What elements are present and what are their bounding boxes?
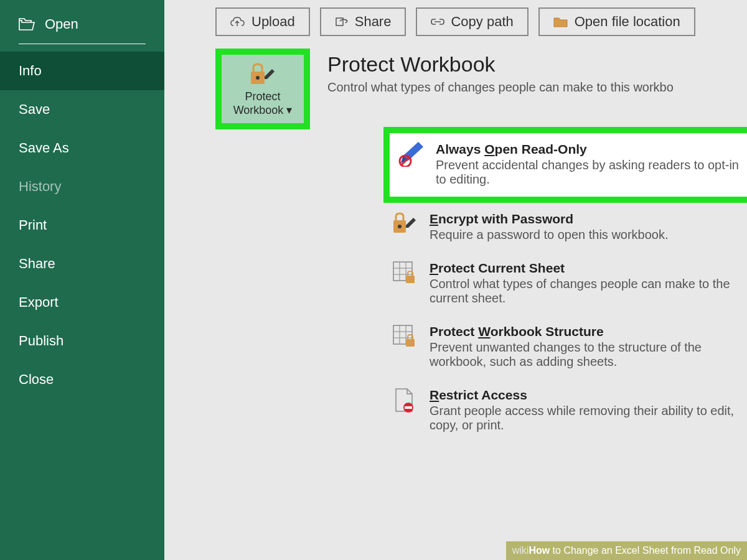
backstage-sidebar: Open Info Save Save As History Print Sha… <box>0 0 164 560</box>
menu-item-always-open-read-only[interactable]: Always Open Read-Only Prevent accidental… <box>383 127 747 203</box>
chevron-down-icon: ▾ <box>286 104 292 116</box>
menu-item-title: Always Open Read-Only <box>436 142 747 157</box>
svg-rect-19 <box>405 406 412 409</box>
menu-item-restrict-access[interactable]: Restrict Access Grant people access whil… <box>383 379 747 442</box>
pencil-no-icon <box>397 142 425 187</box>
sidebar-item-info[interactable]: Info <box>0 52 164 90</box>
folder-open-icon <box>19 18 35 30</box>
sidebar-label: Save <box>19 101 50 118</box>
sidebar-item-save[interactable]: Save <box>0 90 164 129</box>
sidebar-item-save-as[interactable]: Save As <box>0 129 164 167</box>
svg-point-5 <box>398 225 402 228</box>
lock-key-icon <box>248 62 277 86</box>
menu-item-title: Protect Workbook Structure <box>430 324 747 339</box>
lock-key-icon <box>391 212 418 242</box>
share-button[interactable]: Share <box>320 7 406 36</box>
share-icon <box>335 16 349 27</box>
sidebar-item-share[interactable]: Share <box>0 245 164 283</box>
menu-item-title: Protect Current Sheet <box>430 261 747 276</box>
folder-icon <box>553 16 568 27</box>
sidebar-label: Info <box>19 63 42 79</box>
menu-item-desc: Require a password to open this workbook… <box>430 228 747 242</box>
protect-workbook-menu: Always Open Read-Only Prevent accidental… <box>383 127 747 442</box>
protect-button-label: Protect Workbook ▾ <box>233 90 293 117</box>
open-file-location-button[interactable]: Open file location <box>538 7 695 36</box>
main-panel: Upload Share Copy path Open file locatio… <box>164 0 747 560</box>
menu-item-title: Encrypt with Password <box>430 212 747 226</box>
sidebar-label: Export <box>19 294 59 310</box>
button-label: Open file location <box>575 14 680 30</box>
document-restrict-icon <box>391 388 418 432</box>
menu-item-protect-workbook-structure[interactable]: Protect Workbook Structure Prevent unwan… <box>383 315 747 379</box>
menu-item-desc: Grant people access while removing their… <box>430 404 747 432</box>
section-title: Protect Workbook <box>310 49 674 80</box>
sheet-lock-icon <box>391 324 418 369</box>
sidebar-item-history[interactable]: History <box>0 167 164 206</box>
sidebar-item-export[interactable]: Export <box>0 283 164 322</box>
sidebar-divider <box>19 44 146 44</box>
cloud-upload-icon <box>230 16 245 27</box>
info-toolbar: Upload Share Copy path Open file locatio… <box>164 7 747 49</box>
button-label: Copy path <box>451 14 513 30</box>
sidebar-label: Publish <box>19 333 63 349</box>
menu-item-protect-current-sheet[interactable]: Protect Current Sheet Control what types… <box>383 252 747 315</box>
menu-item-desc: Prevent unwanted changes to the structur… <box>430 340 747 369</box>
sidebar-label: History <box>19 179 61 195</box>
svg-rect-11 <box>406 276 415 283</box>
sidebar-label: Save As <box>19 140 69 156</box>
watermark-footer: wikiHow to Change an Excel Sheet from Re… <box>506 541 747 560</box>
sidebar-item-print[interactable]: Print <box>0 206 164 245</box>
button-label: Upload <box>251 14 295 30</box>
svg-point-1 <box>256 76 260 80</box>
sidebar-label: Print <box>19 217 47 233</box>
menu-item-title: Restrict Access <box>430 388 747 403</box>
sidebar-label: Close <box>19 371 54 388</box>
link-icon <box>431 18 444 26</box>
menu-item-encrypt-with-password[interactable]: Encrypt with Password Require a password… <box>383 203 747 252</box>
upload-button[interactable]: Upload <box>215 7 310 36</box>
menu-item-desc: Control what types of changes people can… <box>430 277 747 306</box>
sidebar-item-close[interactable]: Close <box>0 360 164 399</box>
sidebar-item-open[interactable]: Open <box>0 5 164 44</box>
sidebar-label: Share <box>19 256 55 272</box>
sidebar-item-publish[interactable]: Publish <box>0 322 164 360</box>
sidebar-label: Open <box>45 16 78 32</box>
section-subtitle: Control what types of changes people can… <box>310 80 674 95</box>
sheet-lock-icon <box>391 261 418 306</box>
copy-path-button[interactable]: Copy path <box>416 7 528 36</box>
button-label: Share <box>355 14 392 30</box>
protect-workbook-button[interactable]: Protect Workbook ▾ <box>215 49 310 129</box>
svg-rect-17 <box>406 339 415 347</box>
menu-item-desc: Prevent accidental changes by asking rea… <box>436 158 747 187</box>
